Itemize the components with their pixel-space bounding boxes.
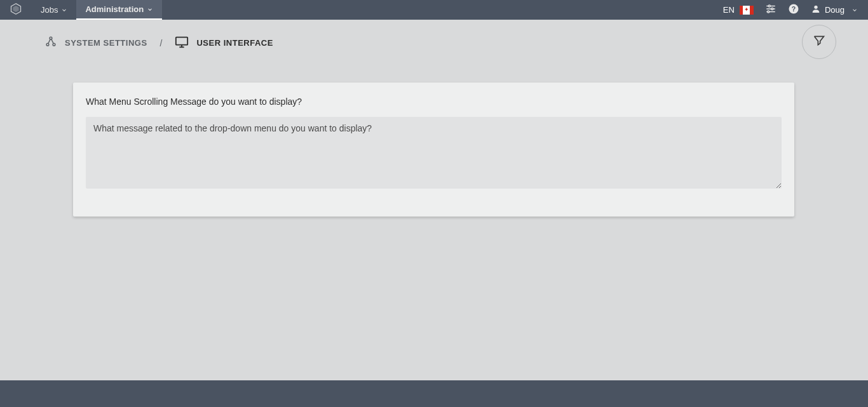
breadcrumb: SYSTEM SETTINGS / USER INTERFACE (0, 20, 868, 63)
nav-jobs[interactable]: Jobs (32, 0, 76, 20)
sliders-icon (765, 3, 776, 17)
language-selector[interactable]: EN ✦ (723, 5, 754, 15)
topbar-right: EN ✦ ? (723, 0, 868, 20)
scrolling-message-input[interactable] (86, 117, 782, 189)
settings-sliders-button[interactable] (765, 3, 776, 17)
filter-icon (813, 34, 825, 50)
breadcrumb-system-settings-label: SYSTEM SETTINGS (65, 38, 147, 48)
svg-point-11 (50, 37, 52, 39)
help-icon: ? (788, 3, 799, 17)
chevron-down-icon (147, 6, 153, 13)
chevron-down-icon (61, 7, 67, 13)
user-icon (811, 4, 821, 16)
svg-line-14 (48, 39, 50, 44)
footer (0, 380, 868, 407)
svg-point-5 (771, 8, 773, 10)
breadcrumb-user-interface[interactable]: USER INTERFACE (175, 35, 273, 51)
svg-point-3 (768, 5, 770, 7)
svg-point-7 (768, 11, 770, 13)
svg-point-13 (53, 43, 55, 46)
chevron-down-icon (851, 7, 858, 13)
breadcrumb-system-settings[interactable]: SYSTEM SETTINGS (44, 36, 147, 50)
svg-rect-16 (176, 37, 187, 45)
hexagon-logo-icon (10, 3, 22, 17)
filter-button[interactable] (802, 25, 836, 59)
user-menu[interactable]: Doug (811, 4, 858, 16)
monitor-icon (175, 35, 189, 51)
settings-card: What Menu Scrolling Message do you want … (73, 83, 794, 217)
scrolling-message-label: What Menu Scrolling Message do you want … (86, 97, 782, 107)
content-area: SYSTEM SETTINGS / USER INTERFACE What Me… (0, 20, 868, 217)
nav-administration-label: Administration (85, 4, 144, 14)
topbar: Jobs Administration EN ✦ (0, 0, 868, 20)
breadcrumb-separator: / (160, 38, 163, 48)
breadcrumb-user-interface-label: USER INTERFACE (196, 38, 273, 48)
nav-administration[interactable]: Administration (76, 0, 162, 20)
language-label: EN (723, 5, 735, 15)
svg-marker-1 (13, 6, 18, 12)
svg-line-15 (51, 39, 53, 44)
user-name: Doug (825, 5, 844, 15)
flag-canada-icon: ✦ (740, 6, 754, 15)
svg-point-10 (814, 6, 817, 9)
nav-jobs-label: Jobs (41, 5, 58, 15)
help-button[interactable]: ? (788, 3, 799, 17)
nodes-icon (44, 36, 57, 50)
logo[interactable] (0, 0, 32, 20)
svg-point-12 (46, 43, 49, 46)
svg-text:?: ? (792, 5, 796, 13)
